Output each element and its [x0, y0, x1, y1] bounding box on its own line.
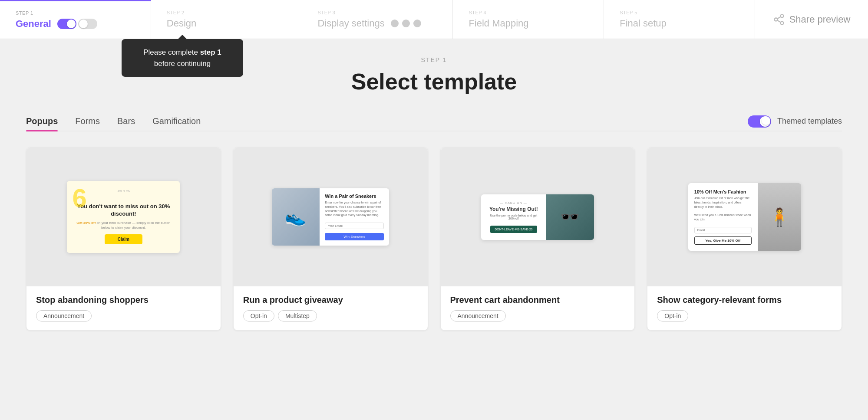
- step-4-label: Field Mapping: [469, 18, 528, 29]
- popup-2-email-input[interactable]: [325, 223, 384, 229]
- tag-announcement-3: Announcement: [450, 310, 506, 322]
- template-preview-3: — HANG ON — You're Missing Out! Use the …: [441, 148, 635, 286]
- step-3-label-row: Display settings: [318, 18, 437, 29]
- svg-point-0: [780, 14, 783, 17]
- template-card-1[interactable]: 6 HOLD ON You don't want to miss out on …: [26, 147, 221, 331]
- step-2[interactable]: STEP 2 Design: [151, 0, 302, 39]
- step-5-number: STEP 5: [620, 10, 739, 15]
- template-name-3: Prevent cart abandonment: [450, 295, 625, 305]
- step-5-label: Final setup: [620, 18, 667, 29]
- popup-category: 10% Off Men's Fashion Join our exclusive…: [688, 183, 801, 251]
- template-name-2: Run a product giveaway: [243, 295, 418, 305]
- tooltip-box: Please complete step 1 before continuing: [122, 39, 243, 77]
- popup-3-code-btn[interactable]: DONT-LEAVE-ME-SAVE-20: [490, 226, 537, 233]
- tabs-right: Themed templates: [748, 115, 842, 128]
- step-2-number: STEP 2: [167, 10, 286, 15]
- template-name-4: Show category-relevant forms: [657, 295, 832, 305]
- step-3-number: STEP 3: [318, 10, 437, 15]
- step-1-toggle-on[interactable]: [57, 19, 76, 29]
- tab-popups[interactable]: Popups: [26, 112, 58, 131]
- tab-forms[interactable]: Forms: [75, 112, 100, 131]
- template-card-3[interactable]: — HANG ON — You're Missing Out! Use the …: [440, 147, 635, 331]
- template-tags-4: Opt-in: [657, 310, 832, 322]
- step-1[interactable]: STEP 1 General: [0, 0, 151, 39]
- step-3[interactable]: STEP 3 Display settings: [302, 0, 453, 39]
- tag-multistep-2: Multistep: [278, 310, 317, 322]
- step-5-label-row: Final setup: [620, 18, 739, 29]
- popup-cart: — HANG ON — You're Missing Out! Use the …: [481, 194, 594, 240]
- template-grid: 6 HOLD ON You don't want to miss out on …: [26, 147, 842, 331]
- step-1-number: STEP 1: [16, 10, 135, 16]
- popup-abandon: 6 HOLD ON You don't want to miss out on …: [67, 181, 180, 253]
- share-icon: [773, 13, 785, 26]
- tooltip-wrapper: Please complete step 1 before continuing: [122, 39, 243, 77]
- step-4-number: STEP 4: [469, 10, 588, 15]
- template-info-4: Show category-relevant forms Opt-in: [647, 286, 842, 330]
- tabs-row: Popups Forms Bars Gamification Themed te…: [26, 112, 842, 131]
- template-info-2: Run a product giveaway Opt-in Multistep: [234, 286, 428, 330]
- template-card-4[interactable]: 10% Off Men's Fashion Join our exclusive…: [647, 147, 842, 331]
- template-info-3: Prevent cart abandonment Announcement: [441, 286, 635, 330]
- tab-bars[interactable]: Bars: [117, 112, 135, 131]
- step-1-label: General: [16, 18, 51, 30]
- steps-bar: STEP 1 General STEP 2 Design STEP 3 Disp…: [0, 0, 868, 39]
- template-card-2[interactable]: 👟 Win a Pair of Sneakers Enter now for y…: [233, 147, 428, 331]
- step-1-toggle-off: [78, 19, 97, 29]
- template-name-1: Stop abandoning shoppers: [36, 295, 211, 305]
- popup-giveaway: 👟 Win a Pair of Sneakers Enter now for y…: [272, 188, 389, 246]
- step-2-label-row: Design: [167, 18, 286, 29]
- step-2-label: Design: [167, 18, 196, 29]
- themed-templates-label: Themed templates: [777, 117, 842, 126]
- template-tags-1: Announcement: [36, 310, 211, 322]
- popup-2-win-btn[interactable]: Win Sneakers: [325, 233, 384, 240]
- step-1-label-row: General: [16, 18, 135, 30]
- template-preview-1: 6 HOLD ON You don't want to miss out on …: [26, 148, 221, 286]
- popup-4-email-input[interactable]: [694, 227, 752, 233]
- step-1-toggle-wrapper[interactable]: [57, 19, 97, 29]
- step-3-label: Display settings: [318, 18, 385, 29]
- themed-templates-toggle[interactable]: [748, 115, 771, 128]
- popup-4-cta-btn[interactable]: Yes, Give Me 10% Off: [694, 236, 752, 245]
- tag-optin-4: Opt-in: [657, 310, 688, 322]
- step-4[interactable]: STEP 4 Field Mapping: [453, 0, 604, 39]
- template-preview-2: 👟 Win a Pair of Sneakers Enter now for y…: [234, 148, 428, 286]
- svg-line-4: [777, 16, 781, 19]
- step-3-dots: [391, 20, 421, 27]
- step-5[interactable]: STEP 5 Final setup: [604, 0, 755, 39]
- tab-gamification[interactable]: Gamification: [152, 112, 201, 131]
- template-tags-2: Opt-in Multistep: [243, 310, 418, 322]
- tag-announcement-1: Announcement: [36, 310, 92, 322]
- template-info-1: Stop abandoning shoppers Announcement: [26, 286, 221, 330]
- share-preview-label: Share preview: [789, 14, 851, 25]
- template-tags-3: Announcement: [450, 310, 625, 322]
- share-preview-button[interactable]: Share preview: [755, 0, 868, 39]
- template-preview-4: 10% Off Men's Fashion Join our exclusive…: [647, 148, 842, 286]
- svg-point-2: [780, 21, 783, 24]
- svg-point-1: [774, 18, 777, 21]
- tag-optin-2: Opt-in: [243, 310, 274, 322]
- main-content: STEP 1 Select template Popups Forms Bars…: [0, 39, 868, 348]
- step-4-label-row: Field Mapping: [469, 18, 588, 29]
- svg-line-3: [777, 20, 781, 22]
